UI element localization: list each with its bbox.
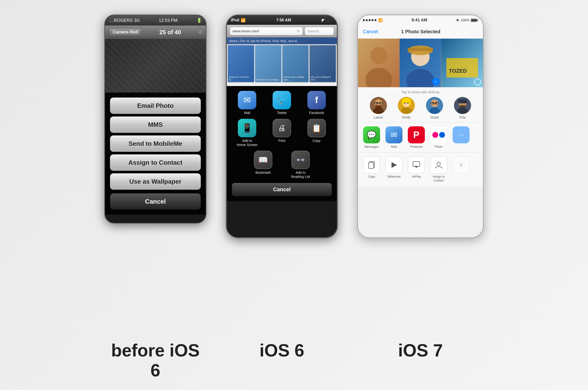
before-ios6-label-section: before iOS 6 <box>104 341 207 380</box>
ios6-webpage-title: iMore | The #1 site for iPhone, iPad, Ma… <box>229 39 300 43</box>
before-bluetooth-icon: ⊙ <box>199 30 202 35</box>
ios6-print-icon: 🖨 <box>273 119 291 137</box>
ios6-status-left: iPod 📶 <box>231 18 246 23</box>
ios7-photo-3[interactable]: TOZED <box>441 39 483 87</box>
ios7-more-share-item[interactable]: → <box>451 126 471 148</box>
svg-point-50 <box>437 162 440 165</box>
ios7-mail7-symbol: ✉ <box>391 130 397 140</box>
before-status-bar: ....ROGERS 3G 12:53 PM 🔋 <box>105 15 206 26</box>
ios6-home-label: Add to Home Screen <box>237 139 258 147</box>
ios7-avatar-fritz <box>454 97 471 114</box>
ios6-print-item[interactable]: 🖨 Print <box>267 119 297 147</box>
ios7-mail-share-item[interactable]: ✉ Mail <box>384 126 404 148</box>
ios6-search-field[interactable]: Search <box>305 27 334 35</box>
ios6-twitter-label: Twitter <box>277 111 287 115</box>
ios7-flickr-item[interactable]: Flickr <box>429 126 448 148</box>
ios6-twitter-icon: 🐦 <box>273 91 291 109</box>
ios6-label-section: iOS 6 <box>226 341 338 380</box>
ios6-article-2: Running out of storage... <box>255 45 281 82</box>
svg-point-1 <box>370 47 387 64</box>
ios6-action-sheet: ✉ Mail 🐦 Twitter f <box>227 86 337 201</box>
ios6-copy-item[interactable]: 📋 Copy <box>301 119 332 147</box>
ios7-time: 9:41 AM <box>412 18 427 23</box>
ios7-dot-2 <box>366 19 368 21</box>
before-mobileme-button[interactable]: Send to MobileMe <box>110 135 201 152</box>
ios7-dot-3 <box>369 19 371 21</box>
before-battery-icon: 🔋 <box>197 18 202 23</box>
ios7-person-emily[interactable]: Emily <box>398 97 415 119</box>
ios7-airplay-svg <box>412 161 421 169</box>
ios7-pinterest-item[interactable]: P Pinterest <box>407 126 426 148</box>
ios6-facebook-item[interactable]: f Facebook <box>301 91 332 115</box>
ios7-status-right: ✱ 100% <box>456 18 478 22</box>
ios7-cancel-link[interactable]: Cancel <box>363 29 378 35</box>
ios7-dot-4 <box>372 19 374 21</box>
ios7-status-bar: 📶 9:41 AM ✱ 100% <box>358 15 483 25</box>
ios7-battery-icon <box>471 19 478 22</box>
ios6-time: 7:56 AM <box>276 18 291 22</box>
ios6-status-bar: iPod 📶 7:56 AM ◤ <box>227 16 337 25</box>
ios7-battery-text: 100% <box>461 18 469 22</box>
before-time: 12:53 PM <box>159 18 177 23</box>
before-ios6-section: ....ROGERS 3G 12:53 PM 🔋 Camera Roll 25 … <box>104 15 207 224</box>
ios7-messages-symbol: 💬 <box>367 130 376 140</box>
before-wallpaper-button[interactable]: Use as Wallpaper <box>110 173 201 190</box>
ios7-mail7-icon: ✉ <box>385 126 402 143</box>
ios7-wifi-icon: 📶 <box>378 18 382 22</box>
ios7-airplay-action-icon <box>408 156 425 174</box>
svg-rect-48 <box>413 162 420 166</box>
ios7-fritz-avatar-svg <box>454 97 471 114</box>
ios7-assign-contact-action-item[interactable]: Assign to Contact <box>429 156 448 183</box>
ios7-airdrop-section: Tap to share with AirDrop <box>358 87 483 122</box>
ios7-slideshow-svg <box>390 161 398 169</box>
ios6-copy-icon: 📋 <box>307 119 326 137</box>
ios7-label-section: iOS 7 <box>357 341 484 380</box>
before-camera-roll-button[interactable]: Camera Roll <box>109 28 142 37</box>
ios7-pinterest-label: Pinterest <box>410 145 422 148</box>
ios7-slideshow-action-label: Slideshow <box>387 175 401 179</box>
ios7-more-symbol: → <box>458 131 465 139</box>
ios6-bookmark-item[interactable]: 📖 Bookmark <box>246 151 280 179</box>
ios7-person-fritz[interactable]: Fritz <box>454 97 471 119</box>
ios7-pinterest-symbol: P <box>413 130 419 140</box>
ios7-photo-1[interactable] <box>358 39 400 87</box>
before-email-photo-button[interactable]: Email Photo <box>110 98 201 114</box>
ios7-photo-selected-badge: ✓ <box>432 78 439 85</box>
ios7-messages-item[interactable]: 💬 Messages <box>362 126 381 148</box>
ios7-emily-avatar-svg <box>398 97 415 114</box>
ios7-more-action-symbol: V <box>459 162 463 168</box>
ios6-cancel-button[interactable]: Cancel <box>232 183 332 196</box>
ios7-section: 📶 9:41 AM ✱ 100% Cancel 1 Photo Selected <box>357 15 484 238</box>
ios7-photo-1-svg <box>358 39 400 87</box>
ios7-person-grant[interactable]: Grant <box>426 97 443 119</box>
ios7-slideshow-action-item[interactable]: Slideshow <box>384 156 404 183</box>
ios6-webpage-title-strip: iMore | The #1 site for iPhone, iPad, Ma… <box>227 37 337 44</box>
ios6-reading-item[interactable]: 👓 Add to Reading List <box>284 151 317 179</box>
ios6-twitter-item[interactable]: 🐦 Twitter <box>267 91 297 115</box>
ios6-url-field[interactable]: www.imore.com/ ↻ <box>230 27 303 35</box>
ios7-airplay-action-item[interactable]: AirPlay <box>407 156 426 183</box>
ios7-copy-action-item[interactable]: Copy <box>362 156 381 183</box>
ios7-dot-1 <box>363 19 365 21</box>
ios6-article-4: Why your wallpapers look... <box>310 45 336 82</box>
before-assign-contact-button[interactable]: Assign to Contact <box>110 154 201 171</box>
ios6-mail-item[interactable]: ✉ Mail <box>232 91 263 115</box>
ios7-photo-3-circle <box>474 79 481 85</box>
ios6-bookmark-label: Bookmark <box>255 171 271 175</box>
ios7-grant-avatar-svg <box>426 97 443 114</box>
ios6-reload-icon[interactable]: ↻ <box>297 29 300 33</box>
before-cancel-button[interactable]: Cancel <box>110 193 201 210</box>
ios6-home-item[interactable]: 📱 Add to Home Screen <box>232 119 263 147</box>
ios7-more-action-item[interactable]: V <box>451 156 471 183</box>
before-mms-button[interactable]: MMS <box>110 116 201 133</box>
ios7-flickr-dots <box>432 132 445 138</box>
ios7-messages-label: Messages <box>364 145 379 148</box>
ios7-copy-svg <box>367 161 376 169</box>
ios6-phone: iPod 📶 7:56 AM ◤ www.imore.com/ ↻ <box>226 15 338 238</box>
ios7-flickr-dot-pink <box>432 132 438 138</box>
ios7-photo-2[interactable]: ✓ <box>400 39 441 87</box>
ios7-person-lance[interactable]: Lance <box>370 97 387 119</box>
ios7-copy-action-icon <box>363 156 380 174</box>
ios6-icons-grid: ✉ Mail 🐦 Twitter f <box>232 91 332 147</box>
ios6-article-title-3: How to close multiple apps... <box>283 76 308 81</box>
